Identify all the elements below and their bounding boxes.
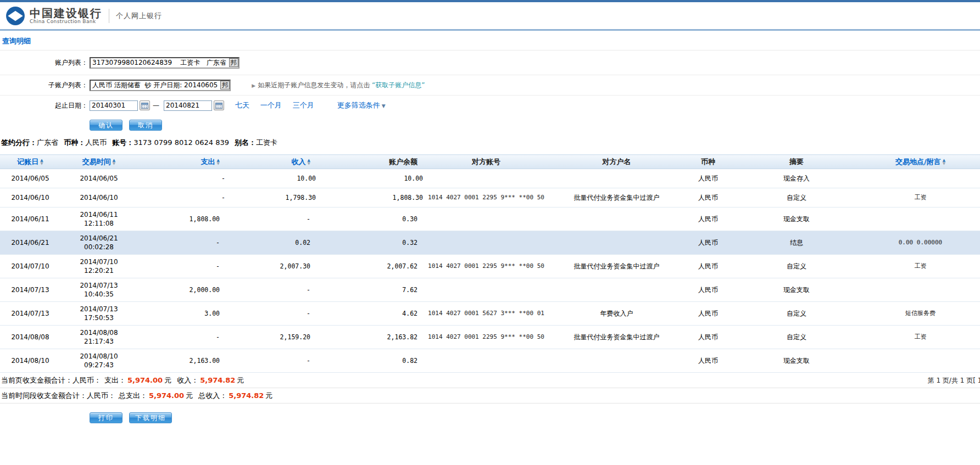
cell-post-date: 2014/06/05: [0, 169, 60, 188]
date-range-row: 起止日期： — 七天 一个月 三个月 更多筛选条件▼: [0, 96, 980, 115]
cell-income: 2,159.20: [225, 326, 316, 349]
cancel-button[interactable]: 取消: [129, 120, 162, 131]
chevron-down-icon: ▼: [382, 103, 386, 109]
page-in-label: 收入：: [177, 376, 198, 385]
cell-trans-time: 2014/07/1317:50:53: [60, 302, 137, 326]
cell-summary: 自定义: [732, 255, 861, 278]
column-label: 交易时间: [82, 158, 111, 166]
cell-post-date: 2014/08/10: [0, 349, 60, 373]
cell-post-date: 2014/06/21: [0, 231, 60, 255]
quick-range-7d[interactable]: 七天: [235, 101, 249, 109]
account-info-line: 签约分行：广东省 币种：人民币 账号：3173 0799 8012 0624 8…: [0, 138, 980, 148]
cell-expense: -: [137, 169, 225, 188]
hint-text: 如果近期子账户信息发生变动，请点击: [258, 81, 370, 89]
subaccount-select[interactable]: 人民币 活期储蓄 钞 开户日期: 20140605 邦: [90, 80, 231, 91]
column-header-1[interactable]: 记账日▲▼: [0, 155, 60, 169]
quick-range-1m[interactable]: 一个月: [260, 101, 282, 109]
cell-trans-time: 2014/07/1012:20:21: [60, 255, 137, 278]
cell-summary: 现金支取: [732, 208, 861, 231]
cell-counter-name: [549, 169, 684, 188]
column-label: 摘要: [789, 158, 804, 166]
period-out-unit: 元: [186, 391, 193, 401]
print-button[interactable]: 打印: [90, 412, 122, 423]
page-in-amount: 5,974.82: [200, 376, 235, 384]
column-header-6: 对方账号: [423, 155, 549, 169]
column-header-4[interactable]: 收入▲▼: [225, 155, 316, 169]
sort-arrows-icon: ▲▼: [943, 159, 945, 165]
bank-name-en: China Construction Bank: [30, 19, 102, 24]
dropdown-arrow-icon[interactable]: 邦: [229, 58, 238, 67]
pagination-text: 第 1 页/共 1 页: [928, 377, 973, 384]
column-label: 对方户名: [603, 158, 631, 166]
subaccount-list-row: 子账户列表： 人民币 活期储蓄 钞 开户日期: 20140605 邦 ▶如果近期…: [0, 75, 980, 96]
refresh-subaccount-link[interactable]: “获取子账户信息”: [372, 81, 425, 89]
cell-post-date: 2014/07/13: [0, 302, 60, 326]
cell-expense: 3.00: [137, 302, 225, 326]
pagination: 第 1 页/共 1 页[ 1]: [928, 376, 980, 385]
cell-counter-name: 批量代付业务资金集中过渡户: [549, 326, 684, 349]
page-total-prefix: 当前页收支金额合计：人民币：: [1, 376, 101, 385]
cell-trans-time: 2014/06/1112:11:08: [60, 208, 137, 231]
cell-trans-time: 2014/08/0821:17:43: [60, 326, 137, 349]
cell-summary: 现金支取: [732, 349, 861, 373]
quick-ranges: 七天 一个月 三个月: [235, 100, 323, 110]
confirm-button[interactable]: 确认: [90, 120, 122, 131]
cell-summary: 现金支取: [732, 278, 861, 302]
period-total-row: 当前时间段收支金额合计：人民币： 总支出： 5,974.00 元 总收入： 5,…: [0, 388, 980, 404]
transaction-row: 2014/06/052014/06/05-10.0010.00人民币现金存入: [0, 169, 980, 188]
table-body: 2014/06/052014/06/05-10.0010.00人民币现金存入20…: [0, 169, 980, 373]
account-list-row: 账户列表： 3173079980120624839 工资卡 广东省 邦: [0, 51, 980, 75]
sort-arrows-icon: ▲▼: [217, 159, 220, 165]
transactions-table: 记账日▲▼交易时间▲▼支出▲▼收入▲▼账户余额对方账号对方户名币种摘要交易地点/…: [0, 154, 980, 373]
cell-counter-name: 批量代付业务资金集中过渡户: [549, 188, 684, 208]
column-header-2[interactable]: 交易时间▲▼: [60, 155, 137, 169]
cell-counter-name: [549, 349, 684, 373]
page-out-amount: 5,974.00: [127, 376, 163, 384]
more-filters-link[interactable]: 更多筛选条件▼: [337, 100, 386, 110]
sort-arrows-icon: ▲▼: [308, 159, 310, 165]
cell-balance: 4.62: [316, 302, 423, 326]
column-header-3[interactable]: 支出▲▼: [137, 155, 225, 169]
period-out-amount: 5,974.00: [149, 391, 184, 400]
cell-balance: 2,163.82: [316, 326, 423, 349]
quick-range-3m[interactable]: 三个月: [293, 101, 314, 109]
download-button[interactable]: 下载明细: [129, 412, 172, 423]
cell-trans-time: 2014/07/1310:40:35: [60, 278, 137, 302]
cell-counter-account: [423, 208, 549, 231]
cell-expense: -: [137, 231, 225, 255]
transaction-row: 2014/08/102014/08/1009:27:432,163.00-0.8…: [0, 349, 980, 373]
cell-balance: 1,808.30: [316, 188, 423, 208]
cell-currency: 人民币: [684, 255, 732, 278]
cell-place: 工资: [861, 326, 980, 349]
column-header-10[interactable]: 交易地点/附言▲▼: [861, 155, 980, 169]
cell-summary: 现金存入: [732, 169, 861, 188]
calendar-icon[interactable]: [140, 100, 150, 110]
dropdown-arrow-icon[interactable]: 邦: [220, 81, 230, 89]
cell-trans-time: 2014/08/1009:27:43: [60, 349, 137, 373]
cell-summary: 结息: [732, 231, 861, 255]
cell-summary: 自定义: [732, 188, 861, 208]
period-total-prefix: 当前时间段收支金额合计：人民币：: [1, 391, 115, 401]
cell-income: 2,007.30: [225, 255, 316, 278]
hint-bullet-icon: ▶: [252, 83, 255, 88]
date-from-input[interactable]: [90, 100, 138, 111]
transaction-row: 2014/07/102014/07/1012:20:21-2,007.302,0…: [0, 255, 980, 278]
date-to-input[interactable]: [164, 100, 212, 111]
column-label: 对方账号: [472, 158, 500, 166]
calendar-icon[interactable]: [214, 100, 224, 110]
cell-counter-name: [549, 231, 684, 255]
cell-counter-name: [549, 278, 684, 302]
cell-counter-account: [423, 349, 549, 373]
cell-post-date: 2014/08/08: [0, 326, 60, 349]
cell-balance: 2,007.62: [316, 255, 423, 278]
cell-counter-account: [423, 169, 549, 188]
column-label: 收入: [292, 158, 306, 166]
cell-summary: 自定义: [732, 302, 861, 326]
branch-label: 签约分行：: [1, 138, 37, 147]
cell-income: 0.02: [225, 231, 316, 255]
alias-label: 别名：: [235, 138, 256, 147]
cell-expense: 1,808.00: [137, 208, 225, 231]
account-select[interactable]: 3173079980120624839 工资卡 广东省 邦: [90, 57, 240, 69]
period-in-unit: 元: [265, 391, 272, 401]
cell-currency: 人民币: [684, 349, 732, 373]
